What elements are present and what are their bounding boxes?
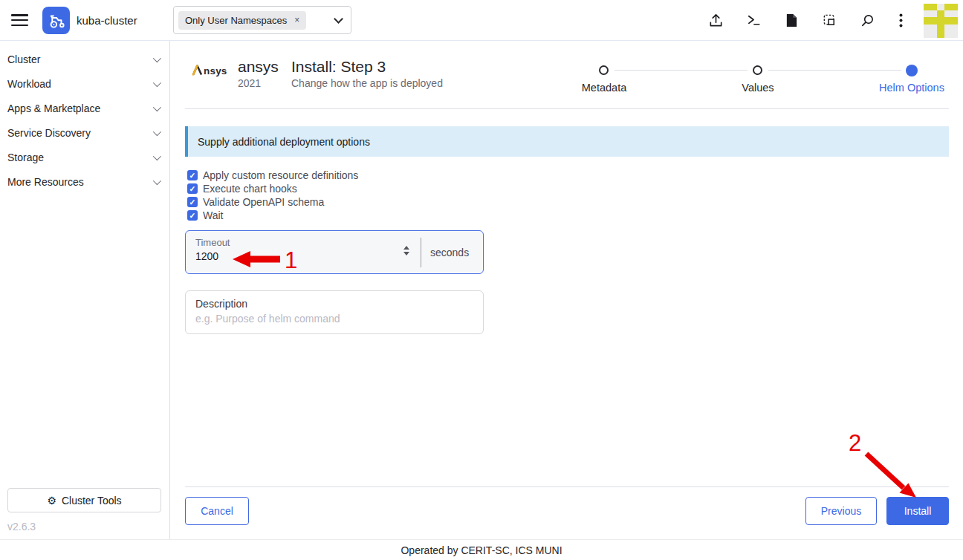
ansys-triangle-icon xyxy=(191,64,204,76)
checkbox-label: Apply custom resource definitions xyxy=(203,169,358,181)
import-yaml-icon[interactable] xyxy=(707,13,724,29)
checkbox-label: Execute chart hooks xyxy=(203,183,297,195)
header-divider xyxy=(185,108,949,109)
checkbox-checked-icon[interactable] xyxy=(187,197,198,207)
ansys-logo-text: nsys xyxy=(204,65,227,76)
kebab-menu-icon[interactable] xyxy=(892,13,909,29)
sidebar-item-label: Storage xyxy=(7,152,44,163)
chevron-down-icon xyxy=(334,14,343,24)
cancel-button[interactable]: Cancel xyxy=(185,497,249,525)
sidebar-item-cluster[interactable]: Cluster xyxy=(0,47,169,71)
main-content: nsys ansys 2021 Install: Step 3 Change h… xyxy=(170,41,963,539)
page-footer: Operated by CERIT-SC, ICS MUNI xyxy=(0,539,963,560)
sidebar-item-label: Apps & Marketplace xyxy=(7,102,100,114)
step-values-label[interactable]: Values xyxy=(706,82,810,94)
chevron-down-icon xyxy=(153,102,161,111)
chevron-down-icon xyxy=(153,53,161,62)
checkbox-execute-hooks[interactable]: Execute chart hooks xyxy=(187,182,358,195)
description-label: Description xyxy=(195,298,247,310)
checkbox-checked-icon[interactable] xyxy=(187,170,198,180)
stepper-connector xyxy=(615,70,748,71)
user-avatar[interactable] xyxy=(924,4,958,38)
checkbox-checked-icon[interactable] xyxy=(187,210,198,221)
namespace-filter-tag[interactable]: Only User Namespaces × xyxy=(178,11,306,30)
checkbox-validate-openapi[interactable]: Validate OpenAPI schema xyxy=(187,195,358,209)
namespace-filter-dropdown[interactable]: Only User Namespaces × xyxy=(173,6,351,34)
copy-kubeconfig-icon[interactable] xyxy=(821,13,837,29)
chevron-down-icon xyxy=(153,176,161,184)
gear-icon: ⚙ xyxy=(47,495,56,506)
previous-button[interactable]: Previous xyxy=(805,497,877,525)
cluster-tools-label: Cluster Tools xyxy=(62,495,122,507)
description-input[interactable] xyxy=(195,313,470,325)
checkbox-checked-icon[interactable] xyxy=(187,183,198,194)
sidebar-item-workload[interactable]: Workload xyxy=(0,71,169,96)
checkbox-apply-crd[interactable]: Apply custom resource definitions xyxy=(187,169,358,182)
sidebar-item-apps-marketplace[interactable]: Apps & Marketplace xyxy=(0,96,169,120)
deployment-options-group: Apply custom resource definitions Execut… xyxy=(187,169,358,222)
app-version: 2021 xyxy=(238,77,261,89)
hamburger-menu-icon[interactable] xyxy=(11,14,28,27)
stepper-connector xyxy=(768,70,901,71)
step-metadata-dot[interactable] xyxy=(599,65,609,75)
annotation-number-2: 2 xyxy=(849,430,861,456)
step-helm-options-dot[interactable] xyxy=(906,65,918,76)
info-banner: Supply additional deployment options xyxy=(185,126,949,157)
page-title: Install: Step 3 xyxy=(291,58,386,76)
step-metadata-label[interactable]: Metadata xyxy=(552,82,656,94)
sidebar-item-label: Cluster xyxy=(7,53,40,65)
app-name: ansys xyxy=(238,58,279,76)
checkbox-label: Validate OpenAPI schema xyxy=(203,196,324,208)
step-values-dot[interactable] xyxy=(753,65,762,75)
ansys-app-logo: nsys xyxy=(191,64,227,76)
top-bar: kuba-cluster Only User Namespaces × xyxy=(0,0,963,41)
tractor-icon xyxy=(47,11,66,30)
checkbox-wait[interactable]: Wait xyxy=(187,209,358,222)
footer-divider xyxy=(185,486,949,487)
page-subtitle: Change how the app is deployed xyxy=(291,77,443,89)
annotation-arrow-2: 2 xyxy=(840,427,929,500)
cluster-tools-button[interactable]: ⚙ Cluster Tools xyxy=(7,488,161,512)
rancher-cluster-logo[interactable] xyxy=(42,7,70,34)
kubectl-shell-icon[interactable] xyxy=(745,13,762,29)
timeout-label: Timeout xyxy=(195,237,230,248)
chevron-down-icon xyxy=(153,152,161,160)
info-banner-text: Supply additional deployment options xyxy=(198,136,370,148)
namespace-filter-tag-label: Only User Namespaces xyxy=(185,15,287,26)
sidebar-item-label: Service Discovery xyxy=(7,127,91,139)
sidebar-nav: Cluster Workload Apps & Marketplace Serv… xyxy=(0,41,170,539)
install-stepper: Metadata Values Helm Options xyxy=(550,59,963,98)
checkbox-label: Wait xyxy=(203,209,223,221)
page: kuba-cluster Only User Namespaces × xyxy=(0,0,963,560)
search-icon[interactable] xyxy=(859,13,875,29)
header-toolbar xyxy=(707,0,909,41)
sidebar-item-more-resources[interactable]: More Resources xyxy=(0,169,169,194)
sidebar-item-service-discovery[interactable]: Service Discovery xyxy=(0,120,169,145)
cluster-name: kuba-cluster xyxy=(77,0,137,41)
kubeconfig-file-icon[interactable] xyxy=(783,13,800,29)
suffix-divider xyxy=(421,238,421,267)
number-stepper-icon[interactable] xyxy=(403,246,409,255)
install-button[interactable]: Install xyxy=(886,497,949,525)
timeout-input[interactable] xyxy=(195,250,389,262)
step-helm-options-label[interactable]: Helm Options xyxy=(860,82,963,94)
sidebar-item-label: Workload xyxy=(7,78,51,90)
version-label: v2.6.3 xyxy=(7,521,36,533)
sidebar-item-label: More Resources xyxy=(7,176,84,188)
sidebar-item-storage[interactable]: Storage xyxy=(0,145,169,169)
chevron-down-icon xyxy=(153,127,161,135)
timeout-suffix: seconds xyxy=(430,231,469,273)
timeout-field[interactable]: Timeout seconds xyxy=(185,230,484,274)
remove-tag-icon[interactable]: × xyxy=(294,15,299,25)
footer-text: Operated by CERIT-SC, ICS MUNI xyxy=(401,544,562,556)
description-field[interactable]: Description xyxy=(185,290,484,334)
chevron-down-icon xyxy=(153,78,161,86)
